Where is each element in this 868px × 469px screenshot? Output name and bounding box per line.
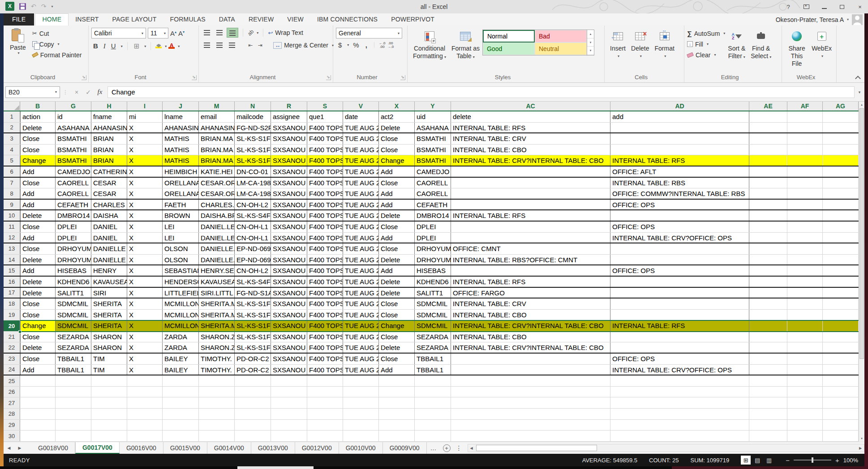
cell-AC27[interactable] [451,397,610,408]
cell-I26[interactable] [127,387,163,397]
cell-I24[interactable]: X [127,365,163,375]
cell-Y26[interactable] [415,387,451,397]
ribbon-tab-insert[interactable]: INSERT [69,13,105,26]
row-header-4[interactable]: 4 [4,145,20,155]
cell-AF5[interactable] [787,155,823,166]
cell-AC19[interactable]: INTERNAL TABLE: CBO [451,310,610,320]
cell-Y2[interactable]: ASAHANA [415,123,451,133]
cell-B26[interactable] [20,387,56,397]
cell-AG11[interactable] [823,222,859,232]
cell-J18[interactable]: MCMILLON [163,298,199,309]
cell-R10[interactable]: SXSANOU [271,210,307,221]
currency-button[interactable]: $ [336,41,344,49]
cell-V26[interactable] [343,387,379,397]
cell-N7[interactable]: LM-CA-198 [235,178,271,188]
cell-I30[interactable] [127,431,163,441]
cell-AG24[interactable] [823,365,859,375]
row-header-3[interactable]: 3 [4,133,20,144]
sheet-tab-g0014v00[interactable]: G0014V00 [207,442,251,454]
cell-V15[interactable]: TUE AUG 2 [343,265,379,276]
italic-button[interactable]: I [102,41,107,51]
cell-H23[interactable]: TIM [91,354,127,364]
cell-M22[interactable]: SHARON.Z [199,342,235,353]
align-left-button[interactable] [202,40,212,50]
cell-S7[interactable]: F400 TOPS [307,178,343,188]
cell-M26[interactable] [199,387,235,397]
cell-AG17[interactable] [823,288,859,298]
cell-AG13[interactable] [823,243,859,254]
cell-N23[interactable]: PD-OR-C2 [235,354,271,364]
cell-J16[interactable]: HENDERSO [163,277,199,287]
cell-V3[interactable]: TUE AUG 2 [343,133,379,144]
column-header-M[interactable]: M [199,102,235,111]
cell-J4[interactable]: MATHIS [163,145,199,155]
row-header-26[interactable]: 26 [4,387,20,397]
cell-B25[interactable] [20,375,56,386]
cell-AF21[interactable] [787,332,823,342]
cell-B21[interactable]: Close [20,332,56,342]
cell-V28[interactable] [343,409,379,419]
number-dialog-launcher-icon[interactable]: ⇘ [400,75,405,80]
row-header-18[interactable]: 18 [4,298,20,309]
cell-G24[interactable]: TBBAIL1 [56,365,91,375]
cell-G6[interactable]: CAMEDJO [56,166,91,177]
column-header-AF[interactable]: AF [787,102,823,111]
column-header-AC[interactable]: AC [451,102,610,111]
row-header-7[interactable]: 7 [4,178,20,188]
cell-G2[interactable]: ASAHANA [56,123,91,133]
cell-M17[interactable]: SIRI.LITTL [199,288,235,298]
cell-Y30[interactable] [415,431,451,441]
cell-AC22[interactable]: INTERNAL TABLE: CRV?INTERNAL TABLE: CBO [451,342,610,353]
cell-S24[interactable]: F400 TOPS [307,365,343,375]
cell-I9[interactable]: X [127,200,163,210]
cell-AG25[interactable] [823,375,859,386]
cell-H13[interactable]: DANIELLE [91,243,127,254]
cell-AG18[interactable] [823,298,859,309]
cell-R29[interactable] [271,420,307,431]
cell-AG1[interactable] [823,111,859,122]
sheet-tab-g0009v00[interactable]: G0009V00 [383,442,427,454]
row-header-5[interactable]: 5 [4,155,20,166]
cell-M24[interactable]: TIMOTHY. [199,365,235,375]
cell-AD25[interactable] [610,375,749,386]
gallery-down-icon[interactable]: ▾ [587,38,594,47]
cell-AF29[interactable] [787,420,823,431]
cell-G15[interactable]: HISEBAS [56,265,91,276]
cell-AC25[interactable] [451,375,610,386]
cell-S28[interactable] [307,409,343,419]
percent-button[interactable]: % [351,41,361,49]
cell-I4[interactable]: X [127,145,163,155]
expand-formula-bar-icon[interactable]: ▾ [855,90,864,94]
cell-J27[interactable] [163,397,199,408]
ribbon-tab-page-layout[interactable]: PAGE LAYOUT [105,13,163,26]
cell-M25[interactable] [199,375,235,386]
autosum-button[interactable]: ∑AutoSum▾ [687,29,725,38]
cell-AG22[interactable] [823,342,859,353]
format-as-table-button[interactable]: Format as Table▾ [449,28,482,72]
cell-X22[interactable]: Delete [379,342,415,353]
cell-X18[interactable]: Close [379,298,415,309]
restore-button[interactable] [838,4,846,10]
cell-G14[interactable]: DRHOYUM [56,255,91,265]
cell-I23[interactable]: X [127,354,163,364]
cell-AD26[interactable] [610,387,749,397]
cell-AG30[interactable] [823,431,859,441]
fill-handle[interactable] [18,330,21,333]
account-widget[interactable]: Okeson-Prater, Teresa A ▾ [776,13,864,26]
cell-G4[interactable]: BSMATHI [56,145,91,155]
cell-AD14[interactable] [610,255,749,265]
cell-B17[interactable]: Delete [20,288,56,298]
row-header-9[interactable]: 9 [4,200,20,210]
new-sheet-button[interactable]: + [443,444,451,452]
cell-AG14[interactable] [823,255,859,265]
cell-AG3[interactable] [823,133,859,144]
row-header-10[interactable]: 10 [4,210,20,221]
cell-AD15[interactable]: OFFICE: OPS [610,265,749,276]
cell-H2[interactable]: AHANASIN [91,123,127,133]
cell-I22[interactable]: X [127,342,163,353]
cell-R3[interactable]: SXSANOU [271,133,307,144]
cell-R27[interactable] [271,397,307,408]
ribbon-display-button[interactable] [803,4,810,10]
cell-M9[interactable]: CHARLES.F [199,200,235,210]
row-header-15[interactable]: 15 [4,265,20,276]
